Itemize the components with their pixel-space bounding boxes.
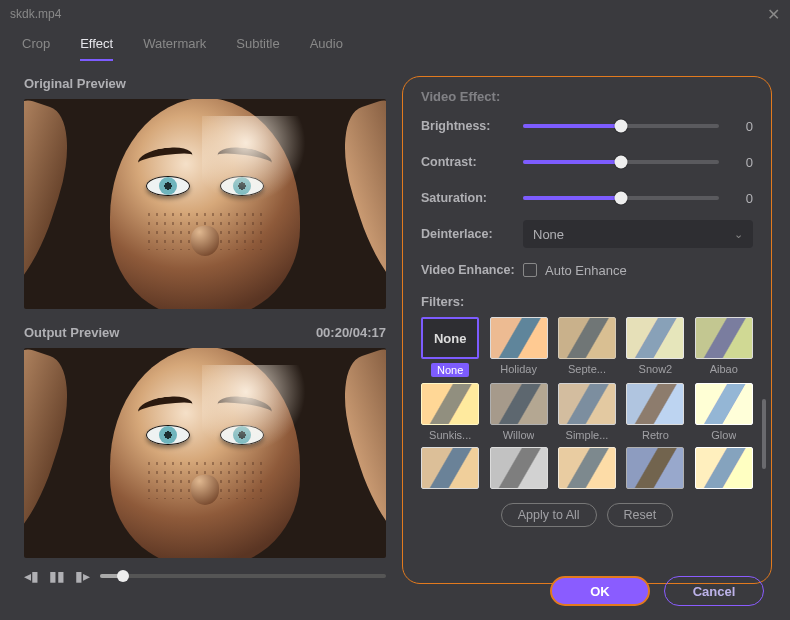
filter-item-row3-14[interactable] <box>695 447 753 489</box>
saturation-value: 0 <box>731 191 753 206</box>
prev-frame-icon[interactable]: ◂▮ <box>24 568 39 584</box>
brightness-slider[interactable] <box>523 124 719 128</box>
deinterlace-label: Deinterlace: <box>421 227 523 241</box>
contrast-value: 0 <box>731 155 753 170</box>
output-preview-label: Output Preview <box>24 325 119 340</box>
filter-name: Retro <box>642 429 669 441</box>
filter-item-Holiday[interactable]: Holiday <box>489 317 547 377</box>
filters-scrollbar[interactable] <box>762 399 766 469</box>
filter-item-Retro[interactable]: Retro <box>626 383 684 441</box>
saturation-label: Saturation: <box>421 191 523 205</box>
filter-thumb <box>626 383 684 425</box>
contrast-handle[interactable] <box>615 156 628 169</box>
filter-thumb <box>490 447 548 489</box>
filter-thumb <box>695 447 753 489</box>
filter-thumb <box>490 383 548 425</box>
filters-grid: NoneNoneHolidaySepte...Snow2AibaoSunkis.… <box>421 317 753 489</box>
scrub-bar[interactable] <box>100 574 386 578</box>
original-preview <box>24 99 386 309</box>
filter-item-Simple...[interactable]: Simple... <box>558 383 616 441</box>
filters-label: Filters: <box>421 294 753 309</box>
scrub-handle[interactable] <box>117 570 129 582</box>
titlebar: skdk.mp4 ✕ <box>0 0 790 28</box>
tab-subtitle[interactable]: Subtitle <box>236 36 279 61</box>
filter-name: Sunkis... <box>429 429 471 441</box>
filter-thumb <box>695 317 753 359</box>
auto-enhance-checkbox[interactable] <box>523 263 537 277</box>
chevron-down-icon: ⌄ <box>734 228 743 241</box>
close-icon[interactable]: ✕ <box>767 5 780 24</box>
tab-effect[interactable]: Effect <box>80 36 113 61</box>
filter-name: Glow <box>711 429 736 441</box>
filter-name: Willow <box>503 429 535 441</box>
filter-item-None[interactable]: NoneNone <box>421 317 479 377</box>
filter-thumb <box>695 383 753 425</box>
tab-audio[interactable]: Audio <box>310 36 343 61</box>
deinterlace-selected: None <box>533 227 564 242</box>
contrast-slider[interactable] <box>523 160 719 164</box>
filter-item-Glow[interactable]: Glow <box>695 383 753 441</box>
filter-item-Snow2[interactable]: Snow2 <box>626 317 684 377</box>
filter-thumb: None <box>421 317 479 359</box>
filter-thumb <box>558 447 616 489</box>
filter-name: None <box>431 363 469 377</box>
filter-thumb <box>558 383 616 425</box>
saturation-handle[interactable] <box>615 192 628 205</box>
brightness-label: Brightness: <box>421 119 523 133</box>
filter-name: Holiday <box>500 363 537 375</box>
filter-item-row3-10[interactable] <box>421 447 479 489</box>
tabs: Crop Effect Watermark Subtitle Audio <box>0 28 790 62</box>
video-effect-panel: Video Effect: Brightness: 0 Contrast: 0 … <box>402 76 772 584</box>
filter-name: Aibao <box>710 363 738 375</box>
filter-thumb <box>490 317 548 359</box>
filter-name: Snow2 <box>639 363 673 375</box>
filter-item-Sunkis...[interactable]: Sunkis... <box>421 383 479 441</box>
filter-item-Willow[interactable]: Willow <box>489 383 547 441</box>
filter-item-row3-13[interactable] <box>626 447 684 489</box>
filter-item-row3-12[interactable] <box>558 447 616 489</box>
filter-thumb <box>558 317 616 359</box>
filter-thumb <box>421 447 479 489</box>
apply-to-all-button[interactable]: Apply to All <box>501 503 597 527</box>
filter-thumb <box>626 317 684 359</box>
tab-watermark[interactable]: Watermark <box>143 36 206 61</box>
original-preview-label: Original Preview <box>24 76 386 91</box>
filter-name: Septe... <box>568 363 606 375</box>
saturation-slider[interactable] <box>523 196 719 200</box>
filter-item-Septe...[interactable]: Septe... <box>558 317 616 377</box>
filter-name: Simple... <box>566 429 609 441</box>
cancel-button[interactable]: Cancel <box>664 576 764 606</box>
pause-icon[interactable]: ▮▮ <box>49 568 65 584</box>
filter-item-row3-11[interactable] <box>489 447 547 489</box>
brightness-handle[interactable] <box>615 120 628 133</box>
next-frame-icon[interactable]: ▮▸ <box>75 568 90 584</box>
tab-crop[interactable]: Crop <box>22 36 50 61</box>
filter-thumb <box>421 383 479 425</box>
deinterlace-select[interactable]: None ⌄ <box>523 220 753 248</box>
video-effect-header: Video Effect: <box>421 89 753 104</box>
brightness-value: 0 <box>731 119 753 134</box>
playback-controls: ◂▮ ▮▮ ▮▸ <box>24 568 386 584</box>
output-preview <box>24 348 386 558</box>
auto-enhance-label: Auto Enhance <box>545 263 627 278</box>
timecode: 00:20/04:17 <box>316 325 386 340</box>
reset-button[interactable]: Reset <box>607 503 674 527</box>
window-title: skdk.mp4 <box>10 7 61 21</box>
contrast-label: Contrast: <box>421 155 523 169</box>
filter-item-Aibao[interactable]: Aibao <box>695 317 753 377</box>
ok-button[interactable]: OK <box>550 576 650 606</box>
filter-thumb <box>626 447 684 489</box>
video-enhance-label: Video Enhance: <box>421 263 523 277</box>
